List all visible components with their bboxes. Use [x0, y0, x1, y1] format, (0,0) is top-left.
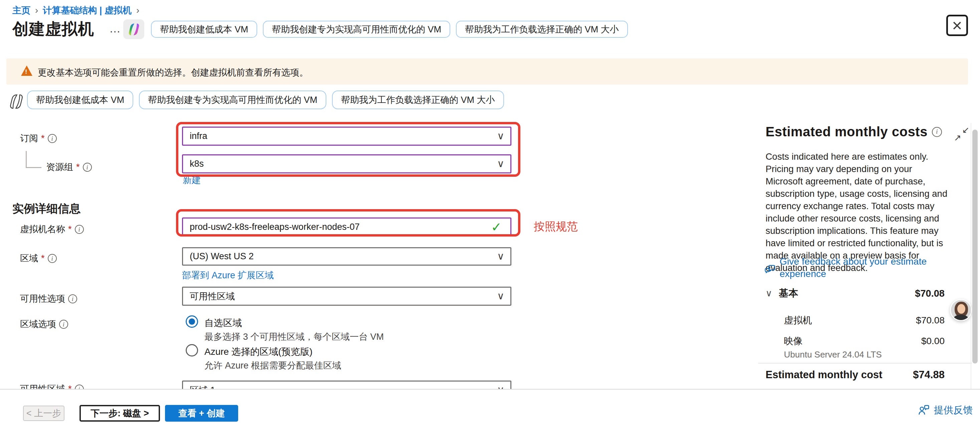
info-icon[interactable] — [75, 225, 84, 234]
region-dropdown[interactable]: (US) West US 2 — [182, 247, 511, 266]
chevron-down-icon — [497, 384, 504, 389]
availability-options-label: 可用性选项 — [20, 293, 77, 305]
zone-options-label: 区域选项 — [20, 318, 68, 330]
availability-zone-label: 可用性区域* — [20, 383, 84, 389]
warning-icon — [21, 65, 32, 76]
azure-selected-zone-label[interactable]: Azure 选择的区域(预览版) — [204, 346, 313, 358]
chevron-down-icon — [497, 250, 504, 261]
divider — [758, 363, 972, 363]
close-icon — [952, 17, 962, 34]
copilot-outline-icon[interactable] — [9, 94, 24, 110]
copilot-suggestions-inline: 帮助我创建低成本 VM 帮助我创建专为实现高可用性而优化的 VM 帮助我为工作负… — [27, 91, 504, 109]
self-selected-zone-radio[interactable] — [186, 315, 198, 328]
page-title: 创建虚拟机 — [12, 18, 94, 40]
previous-step-button[interactable]: < 上一步 — [23, 406, 64, 421]
vm-name-label: 虚拟机名称* — [20, 223, 84, 235]
scrollbar-thumb[interactable] — [972, 130, 978, 363]
chevron-down-icon — [497, 157, 504, 169]
suggestion-low-cost-vm-button[interactable]: 帮助我创建低成本 VM — [27, 91, 133, 109]
edge-zone-link[interactable]: 部署到 Azure 扩展区域 — [182, 269, 274, 281]
next-step-disks-button[interactable]: 下一步: 磁盘 > — [80, 405, 160, 422]
availability-zone-dropdown[interactable]: 区域 1 — [182, 381, 511, 389]
cost-group-label: 基本 — [779, 287, 798, 300]
copilot-icon — [127, 23, 141, 36]
breadcrumb-home-link[interactable]: 主页 — [12, 4, 30, 16]
indent-connector — [26, 151, 27, 167]
vm-name-input[interactable]: prod-usw2-k8s-freeleaps-worker-nodes-07 — [182, 218, 511, 237]
indent-connector — [26, 167, 41, 168]
info-icon[interactable] — [48, 134, 57, 143]
info-icon[interactable] — [68, 294, 77, 303]
subscription-dropdown[interactable]: infra — [182, 127, 511, 146]
breadcrumb: 主页 计算基础结构 | 虚拟机 — [12, 4, 139, 16]
vm-name-value: prod-usw2-k8s-freeleaps-worker-nodes-07 — [190, 222, 360, 232]
annotation-note: 按照规范 — [534, 219, 578, 234]
resource-group-label: 资源组* — [46, 161, 92, 173]
cost-panel-title: Estimated monthly costs — [765, 124, 928, 139]
cost-group-amount: $70.08 — [915, 288, 945, 299]
give-feedback-link[interactable]: 提供反馈 — [918, 403, 973, 417]
chevron-down-icon — [497, 130, 504, 141]
availability-zone-value: 区域 1 — [190, 384, 215, 389]
resource-group-value: k8s — [190, 159, 204, 169]
warning-text: 更改基本选项可能会重置所做的选择。创建虚拟机前查看所有选项。 — [38, 67, 308, 78]
person-feedback-icon — [918, 404, 930, 416]
self-selected-zone-desc: 最多选择 3 个可用性区域，每个区域一台 VM — [204, 331, 384, 343]
warning-banner: 更改基本选项可能会重置所做的选择。创建虚拟机前查看所有选项。 — [6, 59, 968, 84]
chevron-right-icon — [35, 5, 38, 16]
close-button[interactable] — [946, 15, 968, 36]
cost-row-label: 虚拟机 — [784, 314, 812, 327]
chevron-right-icon — [136, 5, 139, 16]
suggestion-right-size-button[interactable]: 帮助我为工作负载选择正确的 VM 大小 — [332, 91, 504, 109]
azure-selected-zone-radio[interactable] — [186, 344, 198, 357]
more-options-button[interactable]: … — [109, 22, 122, 35]
info-icon[interactable] — [75, 384, 84, 389]
suggestion-right-size-button[interactable]: 帮助我为工作负载选择正确的 VM 大小 — [456, 21, 628, 38]
breadcrumb-section-link[interactable]: 计算基础结构 | 虚拟机 — [43, 4, 132, 16]
chevron-down-icon — [497, 290, 504, 301]
suggestion-high-availability-button[interactable]: 帮助我创建专为实现高可用性而优化的 VM — [139, 91, 326, 109]
total-cost-row: Estimated monthly cost $74.88 — [765, 369, 945, 381]
give-feedback-label: 提供反馈 — [934, 403, 973, 417]
total-cost-label: Estimated monthly cost — [765, 369, 883, 381]
collapse-panel-button[interactable] — [954, 126, 969, 142]
cost-row-image: 映像 $0.00 — [784, 335, 945, 347]
resource-group-dropdown[interactable]: k8s — [182, 155, 511, 174]
assistant-avatar[interactable] — [950, 299, 972, 321]
cost-row-label: 映像 — [784, 335, 803, 347]
subscription-value: infra — [190, 131, 207, 141]
info-icon[interactable] — [48, 254, 57, 263]
subscription-label: 订阅* — [20, 132, 57, 144]
info-icon[interactable] — [83, 163, 92, 172]
avatar-body — [953, 315, 969, 321]
availability-options-dropdown[interactable]: 可用性区域 — [182, 287, 511, 306]
availability-options-value: 可用性区域 — [190, 290, 235, 302]
feedback-bubbles-icon — [764, 264, 776, 276]
scrollbar-track[interactable] — [970, 123, 971, 389]
chevron-down-icon[interactable] — [765, 288, 772, 299]
review-create-button[interactable]: 查看 + 创建 — [165, 405, 238, 422]
cost-row-amount: $0.00 — [921, 336, 945, 346]
info-icon[interactable] — [59, 320, 68, 329]
cost-group-row: 基本 $70.08 — [765, 287, 945, 300]
cost-row-vm: 虚拟机 $70.08 — [784, 314, 945, 327]
instance-details-section-title: 实例详细信息 — [12, 201, 81, 217]
copilot-button[interactable] — [123, 19, 144, 39]
cost-row-subtext: Ubuntu Server 24.04 LTS — [784, 349, 882, 360]
estimate-feedback-link[interactable]: Give feedback about your estimate experi… — [780, 255, 948, 280]
footer-bar: < 上一步 下一步: 磁盘 > 查看 + 创建 提供反馈 — [0, 389, 980, 435]
self-selected-zone-label[interactable]: 自选区域 — [204, 317, 242, 330]
azure-selected-zone-desc: 允许 Azure 根据需要分配最佳区域 — [204, 360, 341, 371]
region-value: (US) West US 2 — [190, 251, 254, 261]
copilot-suggestions-top: 帮助我创建低成本 VM 帮助我创建专为实现高可用性而优化的 VM 帮助我为工作负… — [151, 21, 628, 38]
create-new-resource-group-link[interactable]: 新建 — [183, 174, 201, 186]
avatar-face — [957, 304, 965, 314]
cost-panel-header: Estimated monthly costs — [765, 124, 942, 139]
page-content: 主页 计算基础结构 | 虚拟机 创建虚拟机 … 帮助我创建低成本 — [0, 0, 980, 389]
suggestion-high-availability-button[interactable]: 帮助我创建专为实现高可用性而优化的 VM — [263, 21, 450, 38]
info-icon[interactable] — [932, 127, 942, 137]
region-label: 区域* — [20, 252, 57, 264]
cost-row-amount: $70.08 — [916, 315, 945, 326]
suggestion-low-cost-vm-button[interactable]: 帮助我创建低成本 VM — [151, 21, 257, 38]
total-cost-amount: $74.88 — [913, 369, 945, 381]
